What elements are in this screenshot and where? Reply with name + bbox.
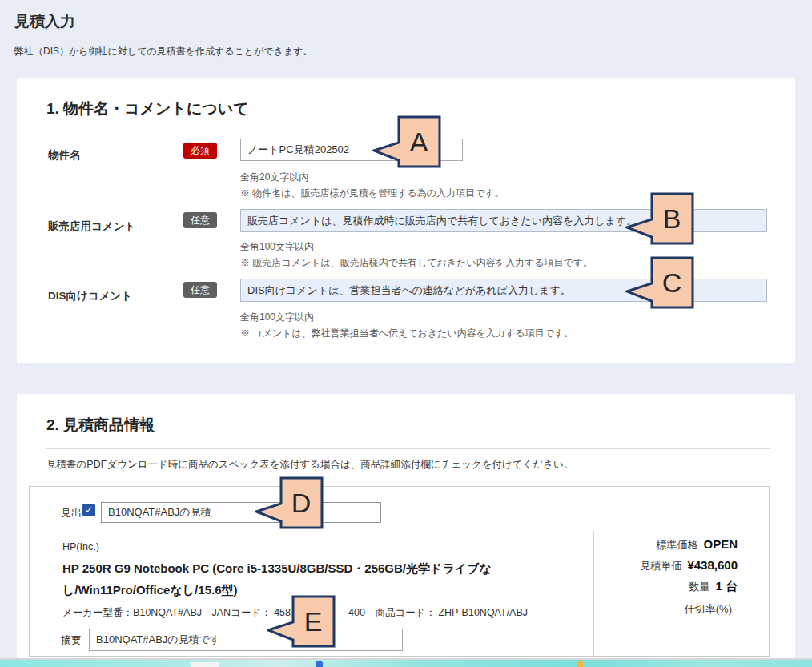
optional-badge: 任意 <box>183 212 217 228</box>
section2-heading: 2. 見積商品情報 <box>46 415 155 436</box>
summary-input[interactable] <box>89 629 403 651</box>
property-name-input[interactable] <box>240 139 463 161</box>
quote-unit-price-label: 見積単価 <box>640 560 681 572</box>
page-title: 見積入力 <box>14 11 75 32</box>
dis-comment-label: DIS向けコメント <box>48 289 132 303</box>
property-name-limit-hint: 全角20文字以内 <box>240 171 308 184</box>
quote-unit-price-value: ¥438,600 <box>687 558 738 572</box>
dis-comment-note: ※ コメントは、弊社営業担当者へ伝えておきたい内容を入力する項目です。 <box>240 327 573 340</box>
dealer-comment-limit-hint: 全角100文字以内 <box>240 240 314 254</box>
section1-rule <box>46 131 770 131</box>
product-codes-part1: メーカー型番：B10NQAT#ABJ JANコード： 458 <box>62 607 291 618</box>
quantity-row: 数量1 台 <box>689 579 738 594</box>
margin-rate-row: 仕切率(%) <box>685 601 738 617</box>
section2-rule <box>46 448 770 449</box>
headline-input[interactable] <box>101 502 381 523</box>
product-name: HP 250R G9 Notebook PC (Core i5-1335U/8G… <box>62 557 593 601</box>
headline-label: 見出 <box>61 506 82 520</box>
price-block: 標準価格OPEN 見積単価¥438,600 数量1 台 仕切率(%) <box>593 531 770 656</box>
summary-label: 摘要 <box>61 633 82 648</box>
taskbar-edge[interactable] <box>0 658 812 667</box>
product-codes-line: メーカー型番：B10NQAT#ABJ JANコード： 458 E 400 商品コ… <box>62 605 528 620</box>
headline-checkbox[interactable]: ✓ <box>82 504 95 516</box>
quantity-value: 1 台 <box>715 579 738 593</box>
jan-code-covered-gap: E <box>291 605 348 616</box>
property-name-note: ※ 物件名は、販売店様が見積を管理する為の入力項目です。 <box>240 187 504 200</box>
section2-description: 見積書のPDFダウンロード時に商品のスペック表を添付する場合は、商品詳細添付欄に… <box>46 458 573 472</box>
taskbar-search-icon[interactable] <box>191 662 219 667</box>
dealer-comment-note: ※ 販売店コメントは、販売店様内で共有しておきたい内容を入力する項目です。 <box>240 256 593 270</box>
taskbar-app-icon[interactable] <box>577 661 583 667</box>
standard-price-row: 標準価格OPEN <box>656 537 738 552</box>
section1-heading: 1. 物件名・コメントについて <box>46 98 249 119</box>
required-badge: 必須 <box>183 143 217 159</box>
quote-items-card: 2. 見積商品情報 見積書のPDFダウンロード時に商品のスペック表を添付する場合… <box>17 394 795 667</box>
standard-price-label: 標準価格 <box>656 539 697 551</box>
dis-comment-input[interactable] <box>240 279 767 302</box>
taskbar-app-icon[interactable] <box>316 661 323 667</box>
property-comment-card: 1. 物件名・コメントについて 物件名 必須 A 全角20文字以内 ※ 物件名は… <box>17 78 795 363</box>
dealer-comment-input[interactable] <box>240 209 767 232</box>
product-codes-part2: 400 商品コード： ZHP-B10NQAT/ABJ <box>348 607 528 618</box>
optional-badge: 任意 <box>183 282 217 298</box>
quantity-label: 数量 <box>689 581 709 593</box>
product-item-box: 見出 ✓ D HP(Inc.) HP 250R G9 Notebook PC (… <box>29 486 770 657</box>
margin-rate-label: 仕切率(%) <box>685 603 732 615</box>
product-maker: HP(Inc.) <box>62 541 99 552</box>
page-subtitle: 弊社（DIS）から御社に対しての見積書を作成することができます。 <box>14 45 313 58</box>
dis-comment-limit-hint: 全角100文字以内 <box>240 311 314 324</box>
standard-price-value: OPEN <box>703 537 738 551</box>
quote-unit-price-row: 見積単価¥438,600 <box>640 558 738 573</box>
dealer-comment-label: 販売店用コメント <box>48 219 135 234</box>
property-name-label: 物件名 <box>48 148 81 163</box>
